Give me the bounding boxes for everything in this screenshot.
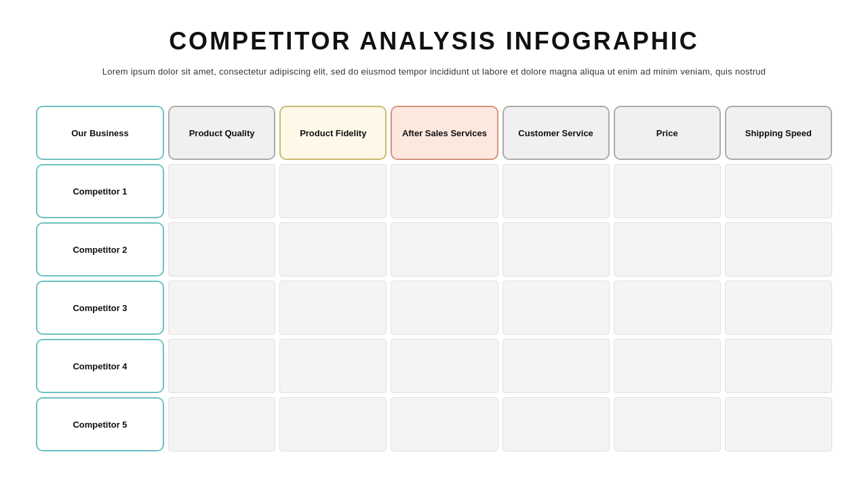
- header-product-fidelity: Product Fidelity: [279, 106, 387, 160]
- competitor-3-customer-service: [502, 281, 610, 335]
- page-container: COMPETITOR ANALYSIS INFOGRAPHIC Lorem ip…: [0, 0, 868, 488]
- competitor-2-price: [614, 222, 721, 277]
- header-shipping-speed: Shipping Speed: [725, 106, 832, 160]
- competitor-2-customer-service: [502, 222, 610, 277]
- competitor-3-product-quality: [168, 281, 275, 335]
- competitor-4-customer-service: [502, 339, 610, 393]
- competitor-1-product-fidelity: [279, 164, 387, 218]
- competitor-4-shipping: [725, 339, 832, 393]
- header-after-sales: After Sales Services: [391, 106, 498, 160]
- competitor-2-after-sales: [391, 222, 498, 277]
- competitor-1-after-sales: [391, 164, 498, 218]
- competitor-5-after-sales: [391, 397, 498, 451]
- header-customer-service: Customer Service: [502, 106, 610, 160]
- competitor-1-label: Competitor 1: [36, 164, 164, 218]
- competitor-1-product-quality: [168, 164, 275, 218]
- competitor-4-product-quality: [168, 339, 275, 393]
- competitor-4-after-sales: [391, 339, 498, 393]
- competitor-1-shipping: [725, 164, 832, 218]
- competitor-2-product-quality: [168, 222, 275, 277]
- competitor-5-product-fidelity: [279, 397, 387, 451]
- competitor-3-after-sales: [391, 281, 498, 335]
- competitor-3-shipping: [725, 281, 832, 335]
- header-our-business: Our Business: [36, 106, 164, 160]
- competitor-4-price: [614, 339, 721, 393]
- competitor-5-product-quality: [168, 397, 275, 451]
- competitor-4-label: Competitor 4: [36, 339, 164, 393]
- competitor-1-price: [614, 164, 721, 218]
- competitor-5-shipping: [725, 397, 832, 451]
- competitor-3-product-fidelity: [279, 281, 387, 335]
- competitor-4-product-fidelity: [279, 339, 387, 393]
- competitor-3-label: Competitor 3: [36, 281, 164, 335]
- competitor-2-label: Competitor 2: [36, 222, 164, 277]
- competitor-2-product-fidelity: [279, 222, 387, 277]
- comparison-grid: Our Business Product Quality Product Fid…: [34, 104, 834, 453]
- page-subtitle: Lorem ipsum dolor sit amet, consectetur …: [34, 66, 834, 77]
- competitor-1-customer-service: [502, 164, 610, 218]
- competitor-2-shipping: [725, 222, 832, 277]
- page-title: COMPETITOR ANALYSIS INFOGRAPHIC: [34, 27, 834, 56]
- competitor-5-customer-service: [502, 397, 610, 451]
- competitor-5-label: Competitor 5: [36, 397, 164, 451]
- competitor-3-price: [614, 281, 721, 335]
- header-product-quality: Product Quality: [168, 106, 275, 160]
- competitor-5-price: [614, 397, 721, 451]
- header-price: Price: [614, 106, 721, 160]
